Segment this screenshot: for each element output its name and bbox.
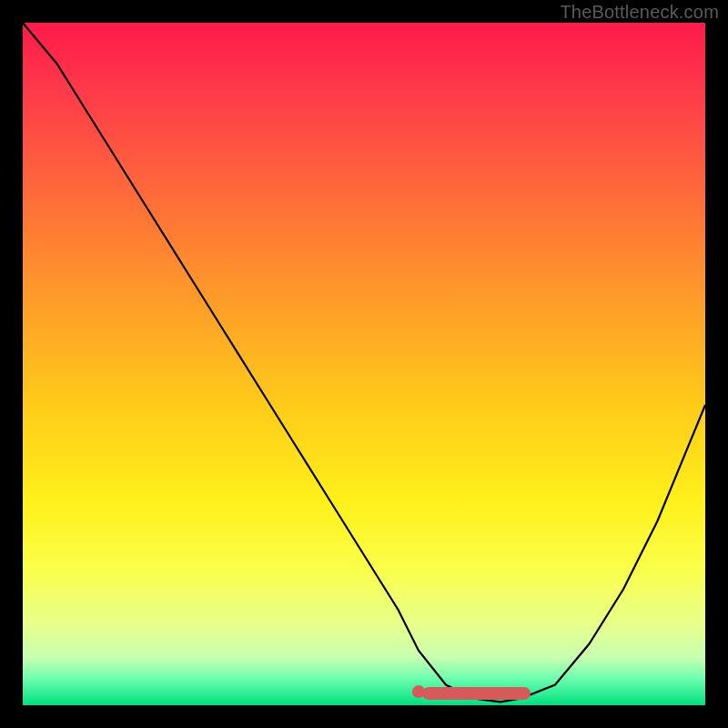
watermark-text: TheBottleneck.com [560,2,719,23]
plot-area [23,23,705,705]
bottleneck-curve [23,23,705,702]
chart-frame: TheBottleneck.com [0,0,728,728]
curve-svg [23,23,705,705]
marker-bar-icon [422,687,531,700]
